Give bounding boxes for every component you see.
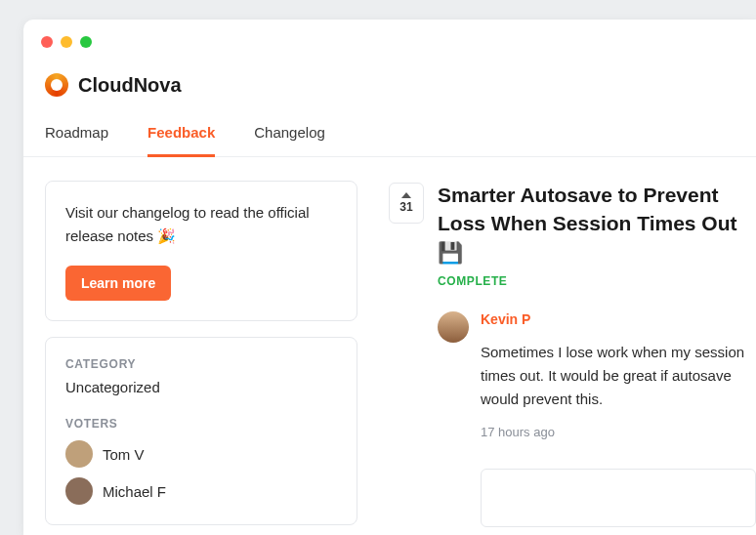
voter-row[interactable]: Michael F — [65, 477, 337, 505]
author-avatar — [438, 311, 469, 343]
header: CloudNova — [23, 20, 756, 97]
reply-input[interactable] — [481, 469, 756, 527]
voters-section: VOTERS Tom V Michael F — [65, 417, 337, 505]
learn-more-button[interactable]: Learn more — [65, 266, 171, 301]
avatar — [65, 440, 93, 468]
tab-feedback[interactable]: Feedback — [147, 124, 215, 157]
brand[interactable]: CloudNova — [45, 73, 735, 97]
post-author-row: Kevin P Sometimes I lose work when my se… — [438, 311, 756, 439]
post-timestamp: 17 hours ago — [481, 425, 756, 439]
post-body: Sometimes I lose work when my session ti… — [481, 341, 756, 411]
chevron-up-icon — [401, 192, 411, 198]
nav-tabs: Roadmap Feedback Changelog — [23, 124, 756, 157]
author-name[interactable]: Kevin P — [481, 311, 756, 327]
tab-roadmap[interactable]: Roadmap — [45, 124, 108, 157]
content-area: Visit our changelog to read the official… — [23, 157, 756, 527]
brand-name: CloudNova — [78, 74, 182, 97]
minimize-window-button[interactable] — [61, 36, 72, 48]
voter-row[interactable]: Tom V — [65, 440, 337, 468]
meta-card: CATEGORY Uncategorized VOTERS Tom V Mich… — [45, 337, 357, 525]
sidebar: Visit our changelog to read the official… — [45, 181, 357, 527]
maximize-window-button[interactable] — [80, 36, 92, 48]
avatar — [65, 477, 93, 505]
brand-logo-icon — [45, 73, 68, 97]
promo-text: Visit our changelog to read the official… — [65, 201, 337, 248]
voters-label: VOTERS — [65, 417, 337, 431]
post: Smarter Autosave to Prevent Loss When Se… — [438, 181, 756, 527]
window-controls — [23, 20, 92, 48]
promo-card: Visit our changelog to read the official… — [45, 181, 357, 321]
category-value: Uncategorized — [65, 379, 337, 395]
post-title: Smarter Autosave to Prevent Loss When Se… — [438, 181, 756, 267]
vote-count: 31 — [399, 200, 412, 214]
main-panel: 31 Smarter Autosave to Prevent Loss When… — [389, 181, 756, 527]
post-details: Kevin P Sometimes I lose work when my se… — [481, 311, 756, 439]
status-badge: COMPLETE — [438, 274, 756, 288]
voter-name: Tom V — [103, 446, 145, 463]
upvote-button[interactable]: 31 — [389, 183, 424, 224]
voter-name: Michael F — [103, 483, 166, 500]
tab-changelog[interactable]: Changelog — [254, 124, 325, 157]
close-window-button[interactable] — [41, 36, 53, 48]
category-label: CATEGORY — [65, 357, 337, 371]
app-window: CloudNova Roadmap Feedback Changelog Vis… — [23, 20, 756, 535]
